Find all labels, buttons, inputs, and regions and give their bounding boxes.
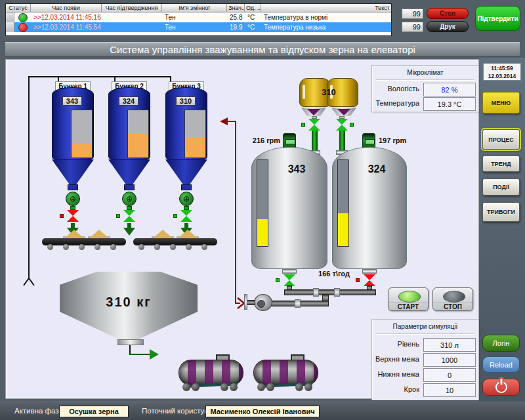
tank-1-outlet [282,269,297,274]
alarm-count-2: 99 [402,22,423,32]
alarm-row[interactable]: >>12.03.2014 11:45:16 Тен 25.8 °C Темпер… [6,12,391,22]
pump-icon[interactable] [254,294,272,311]
flow-rate-label: 166 т\год [304,270,364,278]
confirm-button[interactable]: Підтвердити [475,6,520,31]
tank-2-value: 324 [355,163,398,175]
tank-2-level-gauge [337,159,349,247]
roller [186,244,192,250]
col-ack-time: Час підтвердження [102,4,162,12]
tank-1-valve-green[interactable] [284,274,295,286]
upper-limit-label: Верхня межа [372,355,419,363]
clock-date: 12.03.2014 [484,72,520,80]
pipe-black-horizontal [28,76,171,77]
row-gutter [6,12,14,22]
grain-pile [178,230,198,238]
grain-pile [64,230,84,238]
col-status: Статус [6,4,31,12]
alarm-time: >>12.03.2014 11:45:16 [32,12,102,22]
funnel-left [301,108,326,116]
hmi-window: Статус Час появи Час підтвердження Ім'я … [0,0,525,420]
tank-2-valve-red[interactable] [364,274,375,286]
conveyor-2 [133,238,217,253]
red-arrow-left-icon [220,117,228,125]
tab-alarms[interactable]: ТРИВОГИ [482,202,520,222]
tab-trend[interactable]: ТРЕНД [482,156,520,172]
flow-arrow-down-icon [123,223,135,236]
lower-limit-field[interactable]: 0 [423,368,476,382]
lower-limit-label: Нижня межа [372,370,419,378]
print-button[interactable]: Друк [427,21,469,32]
simulation-title: Параметри симуляції [372,323,478,330]
valve-indicator [60,214,64,218]
alarm-value: 25.8 [228,12,245,22]
power-button[interactable] [482,379,520,396]
humidity-label: Вологість [372,85,419,93]
start-button[interactable]: СТАРТ [388,287,429,311]
roller [79,244,85,250]
alarm-ack-time [102,22,163,32]
reload-button[interactable]: Reload [482,356,520,373]
col-text: Текст [261,4,391,12]
stop-button[interactable]: Стоп [427,8,469,19]
temperature-label: Температура [372,99,419,107]
hopper-valve-left[interactable] [308,119,320,131]
bunker-1-cone [52,159,94,184]
status-bar: Активна фаза: Осушка зерна Поточний кори… [0,402,525,420]
simulation-panel: Параметри симуляції Рівень 310 л Верхня … [371,319,479,400]
page-title: Система управління зважуванням та відпус… [5,42,520,56]
clock-time: 11:45:59 [484,64,520,72]
login-button[interactable]: Логін [482,335,520,352]
bunker-3-level-gauge [184,110,206,158]
pipe-horizontal [284,289,376,295]
temperature-value: 19.3 °C [423,97,476,111]
valve-indicator [301,123,305,127]
green-pipe-left [312,131,318,153]
alarm-row-selected[interactable]: >>12.03.2014 11:45:54 Тен 19.9 °C Темпер… [6,22,391,32]
col-time: Час появи [31,4,102,12]
status-dot-green [18,13,28,22]
tank-1-rpm: 216 rpm [249,136,280,144]
bunker-3-motor-icon: ⊕ [179,192,194,206]
level-field[interactable]: 310 л [423,338,476,352]
roller [170,244,176,250]
valve-indicator [276,278,280,282]
bunker-1-valve-red[interactable] [67,210,79,222]
bunker-1-value: 343 [62,96,82,106]
menu-button[interactable]: МЕНЮ [482,92,520,114]
alarm-unit: °C [245,22,262,32]
bunker-3-valve-green[interactable] [180,210,192,222]
current-user-value: Масименко Олексій Іванович [205,406,320,417]
bunker-2-motor-icon: ⊕ [122,192,136,206]
tanker-body [253,360,318,386]
green-pipe-right [339,131,345,153]
roller [138,244,144,250]
upper-limit-field[interactable]: 1000 [423,353,476,367]
bunker-2-level-gauge [127,110,149,158]
divider [376,333,474,335]
tank-2-outlet [362,269,377,274]
roller [154,244,160,250]
alarm-time: >>12.03.2014 11:45:54 [32,22,102,32]
roller [110,244,116,250]
row-gutter [6,22,14,32]
tab-process[interactable]: ПРОЦЕС [482,129,520,150]
status-dot-red [18,23,28,32]
outlet-line [129,354,150,355]
bunker-3-level-fill [185,138,205,158]
step-field[interactable]: 10 [423,383,476,397]
col-variable: Ім'я змінної [162,4,227,12]
tab-events[interactable]: ПОДІЇ [482,178,520,196]
grain-pile [153,230,173,238]
col-value: Знач... [227,4,245,12]
alarm-table-header: Статус Час появи Час підтвердження Ім'я … [6,4,391,12]
alarm-text: Температура в нормі [262,12,391,22]
hopper-valve-right[interactable] [336,119,348,131]
wheel [304,383,312,391]
bunker-3-value: 310 [176,96,196,106]
outlet-line [129,345,131,354]
valve-indicator [356,278,360,282]
bunker-1-motor-icon: ⊕ [66,192,80,206]
stop-button-pump[interactable]: СТОП [432,287,473,311]
roller [201,244,207,250]
bunker-2-valve-green[interactable] [123,210,135,222]
